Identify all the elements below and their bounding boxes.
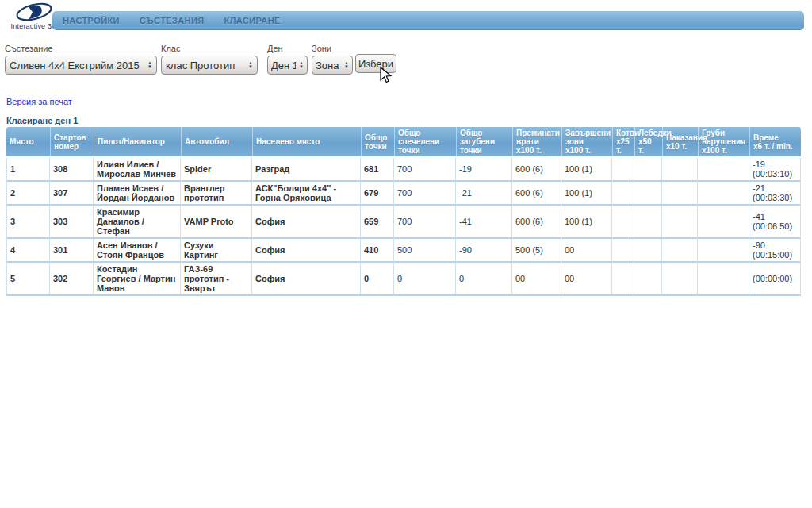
table-cell bbox=[698, 206, 749, 239]
column-header: Място bbox=[6, 127, 50, 158]
table-cell: -90 bbox=[456, 239, 512, 263]
table-cell: София bbox=[252, 206, 361, 239]
column-header: Стартов номер bbox=[50, 127, 94, 158]
table-cell bbox=[612, 206, 634, 239]
table-cell: -41 (00:06:50) bbox=[749, 206, 801, 239]
column-header: Котви x25 т. bbox=[612, 127, 634, 158]
table-cell bbox=[698, 182, 749, 206]
table-cell bbox=[698, 158, 749, 182]
table-cell: 700 bbox=[394, 182, 456, 206]
zone-select-value: Зона 4 bbox=[316, 60, 341, 71]
table-header: МястоСтартов номерПилот/НавигаторАвтомоб… bbox=[6, 127, 801, 158]
day-select-value: Ден 1 bbox=[271, 60, 296, 71]
table-cell: 410 bbox=[361, 239, 394, 263]
table-cell: 00 bbox=[561, 239, 612, 263]
table-cell: -19 bbox=[456, 158, 512, 182]
table-cell: 659 bbox=[361, 206, 394, 239]
table-cell bbox=[612, 182, 634, 206]
nav-item-competitions[interactable]: СЪСТЕЗАНИЯ bbox=[140, 16, 205, 25]
day-filter-group: Ден Ден 1 ▲▼ bbox=[267, 44, 308, 75]
select-button[interactable]: Избери bbox=[355, 54, 396, 73]
table-cell: 308 bbox=[50, 158, 94, 182]
column-header: Преминати врати x100 т. bbox=[512, 127, 561, 158]
print-version-link[interactable]: Версия за печат bbox=[6, 97, 72, 106]
table-cell bbox=[634, 206, 662, 239]
table-cell: 4 bbox=[6, 239, 50, 263]
table-cell: (00:00:00) bbox=[749, 263, 801, 296]
column-header: Пилот/Навигатор bbox=[94, 127, 181, 158]
table-cell: Сузуки Картинг bbox=[181, 239, 252, 263]
table-cell: 0 bbox=[456, 263, 512, 296]
class-filter-group: Клас клас Прототип ▲▼ bbox=[161, 44, 258, 75]
table-cell: 100 (1) bbox=[561, 206, 612, 239]
competition-label: Състезание bbox=[5, 44, 157, 53]
nav-item-rankings[interactable]: КЛАСИРАНЕ bbox=[224, 16, 281, 25]
table-cell: ГАЗ-69 прототип - Звярът bbox=[181, 263, 252, 296]
column-header: Общо загубени точки bbox=[456, 127, 512, 158]
table-cell: -21 (00:03:30) bbox=[749, 182, 801, 206]
main-nav: НАСТРОЙКИ СЪСТЕЗАНИЯ КЛАСИРАНЕ bbox=[52, 11, 804, 30]
day-select[interactable]: Ден 1 ▲▼ bbox=[267, 56, 308, 75]
zone-select[interactable]: Зона 4 ▲▼ bbox=[312, 56, 353, 75]
day-label: Ден bbox=[267, 44, 308, 53]
table-header-row: МястоСтартов номерПилот/НавигаторАвтомоб… bbox=[6, 127, 801, 158]
competition-select[interactable]: Сливен 4x4 Екстрийм 2015 ▲▼ bbox=[5, 56, 157, 75]
table-cell: 681 bbox=[361, 158, 394, 182]
table-cell bbox=[698, 263, 749, 296]
section-title: Класиране ден 1 bbox=[6, 116, 78, 125]
table-cell bbox=[662, 206, 698, 239]
table-cell bbox=[662, 263, 698, 296]
table-cell: Пламен Исаев / Йордан Йорданов bbox=[94, 182, 181, 206]
table-cell bbox=[662, 158, 698, 182]
table-row: 5302Костадин Георгиев / Мартин МановГАЗ-… bbox=[6, 263, 801, 296]
table-cell: Костадин Георгиев / Мартин Манов bbox=[94, 263, 181, 296]
table-cell: 301 bbox=[50, 239, 94, 263]
table-cell: -41 bbox=[456, 206, 512, 239]
table-cell: 2 bbox=[6, 182, 50, 206]
table-cell: 600 (6) bbox=[512, 182, 561, 206]
table-cell: 600 (6) bbox=[512, 206, 561, 239]
table-cell: 307 bbox=[50, 182, 94, 206]
table-cell: 5 bbox=[6, 263, 50, 296]
nav-item-settings[interactable]: НАСТРОЙКИ bbox=[63, 16, 120, 25]
table-cell: 700 bbox=[394, 206, 456, 239]
table-cell bbox=[698, 239, 749, 263]
table-cell bbox=[662, 182, 698, 206]
zones-label: Зони bbox=[312, 44, 353, 53]
table-cell bbox=[612, 263, 634, 296]
competition-filter-group: Състезание Сливен 4x4 Екстрийм 2015 ▲▼ bbox=[5, 44, 157, 75]
class-label: Клас bbox=[161, 44, 258, 53]
competition-select-value: Сливен 4x4 Екстрийм 2015 bbox=[10, 60, 140, 71]
brand-logo-icon bbox=[13, 2, 55, 22]
table-cell: 302 bbox=[50, 263, 94, 296]
table-cell bbox=[634, 239, 662, 263]
table-cell: Красимир Данаилов / Стефан bbox=[94, 206, 181, 239]
table-cell: АСК"Боляри 4х4" - Горна Оряховица bbox=[252, 182, 361, 206]
table-cell: 3 bbox=[6, 206, 50, 239]
table-cell bbox=[662, 239, 698, 263]
table-cell: 679 bbox=[361, 182, 394, 206]
table-cell: 100 (1) bbox=[561, 182, 612, 206]
class-select-value: клас Прототип bbox=[166, 60, 235, 71]
table-cell bbox=[634, 158, 662, 182]
table-row: 4301Асен Иванов / Стоян ФранцовСузуки Ка… bbox=[6, 239, 801, 263]
select-spinner-icon: ▲▼ bbox=[341, 61, 349, 69]
table-cell bbox=[612, 158, 634, 182]
column-header: Населено място bbox=[252, 127, 361, 158]
table-cell: -90 (00:15:00) bbox=[749, 239, 801, 263]
table-cell: 500 (5) bbox=[512, 239, 561, 263]
class-select[interactable]: клас Прототип ▲▼ bbox=[161, 56, 258, 75]
column-header: Завършени зони x100 т. bbox=[561, 127, 612, 158]
table-cell: 1 bbox=[6, 158, 50, 182]
rankings-table: МястоСтартов номерПилот/НавигаторАвтомоб… bbox=[6, 127, 801, 296]
select-spinner-icon: ▲▼ bbox=[144, 61, 152, 69]
table-cell: -21 bbox=[456, 182, 512, 206]
table-cell bbox=[634, 182, 662, 206]
table-cell bbox=[612, 239, 634, 263]
table-cell: -19 (00:03:10) bbox=[749, 158, 801, 182]
zones-filter-group: Зони Зона 4 ▲▼ bbox=[312, 44, 353, 75]
table-cell: Асен Иванов / Стоян Францов bbox=[94, 239, 181, 263]
table-cell bbox=[634, 263, 662, 296]
table-cell: 00 bbox=[561, 263, 612, 296]
table-cell: Spider bbox=[181, 158, 252, 182]
